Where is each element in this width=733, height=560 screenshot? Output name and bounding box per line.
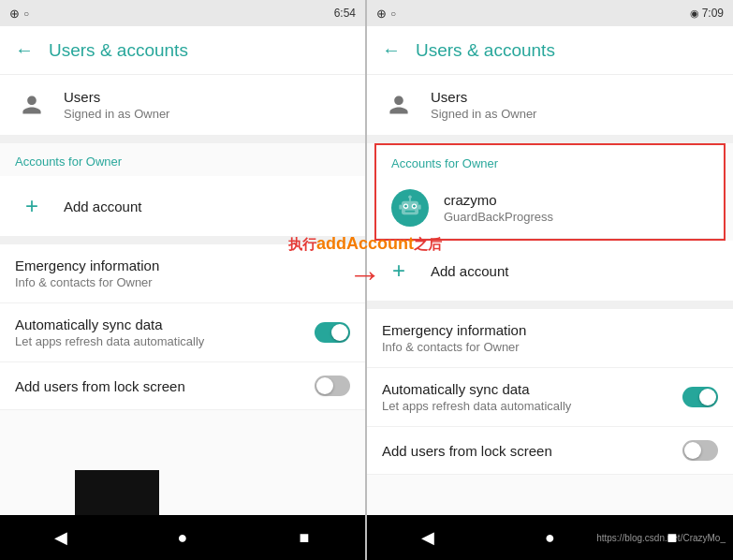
- left-phone: ⊕ ○ 6:54 ← Users & accounts Users Signed…: [0, 0, 366, 560]
- svg-rect-10: [418, 204, 421, 209]
- left-emergency-text: Emergency information Info & contacts fo…: [15, 258, 159, 289]
- right-app-title: Users & accounts: [416, 40, 555, 61]
- left-user-icon: [15, 88, 49, 122]
- left-autosync-knob: [331, 324, 348, 341]
- right-nav-bar: ◀ ● ■ https://blog.csdn.net/CrazyMo_: [367, 515, 733, 560]
- right-status-right: ◉ 7:09: [690, 7, 724, 20]
- left-notification-icon: ⊕: [9, 7, 20, 21]
- svg-rect-6: [405, 211, 416, 213]
- right-emergency-title: Emergency information: [382, 322, 526, 338]
- right-add-icon: +: [382, 254, 416, 287]
- right-lockscreen[interactable]: Add users from lock screen: [367, 427, 733, 475]
- left-emergency-subtitle: Info & contacts for Owner: [15, 275, 159, 289]
- left-circle-icon: ○: [23, 8, 29, 19]
- left-users-subtitle: Signed in as Owner: [64, 107, 169, 121]
- left-status-icons: ⊕ ○: [9, 7, 29, 21]
- left-lockscreen-toggle-container: [315, 376, 350, 396]
- right-user-icon: [382, 88, 416, 122]
- right-status-icons: ⊕ ○: [376, 7, 396, 21]
- left-add-account-text: Add account: [64, 199, 141, 214]
- right-time: 7:09: [702, 7, 724, 20]
- left-lockscreen-toggle[interactable]: [315, 376, 350, 396]
- left-emergency-title: Emergency information: [15, 258, 159, 273]
- left-content: Users Signed in as Owner Accounts for Ow…: [0, 75, 365, 515]
- right-users-text: Users Signed in as Owner: [431, 89, 536, 121]
- left-autosync[interactable]: Automatically sync data Let apps refresh…: [0, 303, 365, 362]
- left-autosync-toggle-container: [315, 322, 350, 343]
- right-autosync-knob: [699, 389, 716, 405]
- right-status-bar: ⊕ ○ ◉ 7:09: [367, 0, 733, 26]
- right-users-title: Users: [431, 89, 536, 105]
- left-users-title: Users: [64, 89, 169, 105]
- right-add-account-text: Add account: [431, 263, 508, 279]
- right-account-item[interactable]: crazymo GuardBackProgress: [376, 178, 724, 239]
- left-nav-recents[interactable]: ■: [286, 519, 323, 556]
- right-nav-home[interactable]: ●: [531, 519, 568, 556]
- right-accounts-header: Accounts for Owner: [376, 145, 724, 178]
- left-time: 6:54: [334, 7, 356, 20]
- svg-point-8: [408, 196, 412, 199]
- right-users-item[interactable]: Users Signed in as Owner: [367, 75, 733, 136]
- left-autosync-toggle[interactable]: [315, 322, 350, 343]
- right-account-avatar: [391, 189, 429, 227]
- left-status-right: 6:54: [334, 7, 356, 20]
- right-add-account-title: Add account: [431, 263, 508, 279]
- left-divider1: [0, 136, 365, 143]
- left-users-item[interactable]: Users Signed in as Owner: [0, 75, 365, 136]
- left-add-account-title: Add account: [64, 199, 141, 214]
- left-accounts-header: Accounts for Owner: [0, 143, 365, 176]
- left-lockscreen[interactable]: Add users from lock screen: [0, 362, 365, 410]
- left-add-icon: +: [15, 189, 49, 223]
- right-account-app: GuardBackProgress: [444, 210, 553, 224]
- right-location-icon: ◉: [690, 7, 699, 20]
- right-lockscreen-title: Add users from lock screen: [382, 443, 682, 459]
- right-back-button[interactable]: ←: [382, 39, 401, 61]
- left-divider2: [0, 237, 365, 244]
- right-account-text: crazymo GuardBackProgress: [444, 192, 553, 224]
- right-content: Users Signed in as Owner Accounts for Ow…: [367, 75, 733, 515]
- left-back-button[interactable]: ←: [15, 39, 34, 61]
- right-watermark: https://blog.csdn.net/CrazyMo_: [596, 533, 726, 543]
- right-emergency-subtitle: Info & contacts for Owner: [382, 340, 526, 354]
- right-add-account[interactable]: + Add account: [367, 241, 733, 302]
- right-notification-icon: ⊕: [376, 7, 387, 21]
- right-divider2: [367, 302, 733, 309]
- right-users-subtitle: Signed in as Owner: [431, 107, 536, 121]
- right-account-name: crazymo: [444, 192, 553, 208]
- right-nav-back[interactable]: ◀: [409, 519, 447, 556]
- left-nav-back[interactable]: ◀: [42, 519, 80, 556]
- svg-point-4: [404, 205, 407, 208]
- right-autosync-toggle[interactable]: [682, 387, 718, 407]
- left-app-bar: ← Users & accounts: [0, 26, 365, 75]
- left-users-text: Users Signed in as Owner: [64, 89, 169, 121]
- right-autosync-text: Automatically sync data Let apps refresh…: [382, 381, 682, 413]
- left-status-bar: ⊕ ○ 6:54: [0, 0, 365, 26]
- right-lockscreen-knob: [684, 442, 701, 459]
- left-add-account[interactable]: + Add account: [0, 176, 365, 237]
- right-autosync-subtitle: Let apps refresh data automatically: [382, 399, 682, 413]
- right-phone: ⊕ ○ ◉ 7:09 ← Users & accounts Users Sign…: [366, 0, 733, 560]
- right-autosync[interactable]: Automatically sync data Let apps refresh…: [367, 368, 733, 427]
- right-lockscreen-text: Add users from lock screen: [382, 443, 682, 459]
- right-highlight-box: Accounts for Owner: [374, 143, 726, 241]
- right-circle-icon: ○: [390, 8, 396, 19]
- left-redact: [75, 470, 159, 515]
- right-emergency[interactable]: Emergency information Info & contacts fo…: [367, 309, 733, 368]
- left-nav-bar: ◀ ● ■: [0, 515, 365, 560]
- left-lockscreen-text: Add users from lock screen: [15, 378, 315, 394]
- right-autosync-toggle-container: [682, 387, 718, 407]
- right-autosync-title: Automatically sync data: [382, 381, 682, 397]
- left-emergency[interactable]: Emergency information Info & contacts fo…: [0, 244, 365, 303]
- left-lockscreen-knob: [316, 377, 333, 394]
- svg-rect-9: [399, 204, 402, 209]
- right-divider1: [367, 136, 733, 143]
- right-app-bar: ← Users & accounts: [367, 26, 733, 75]
- right-emergency-text: Emergency information Info & contacts fo…: [382, 322, 526, 354]
- left-autosync-text: Automatically sync data Let apps refresh…: [15, 317, 315, 348]
- left-autosync-title: Automatically sync data: [15, 317, 315, 332]
- svg-point-5: [413, 205, 416, 208]
- left-nav-home[interactable]: ●: [164, 519, 201, 556]
- right-lockscreen-toggle[interactable]: [682, 440, 718, 461]
- left-app-title: Users & accounts: [49, 40, 188, 61]
- right-lockscreen-toggle-container: [682, 440, 718, 461]
